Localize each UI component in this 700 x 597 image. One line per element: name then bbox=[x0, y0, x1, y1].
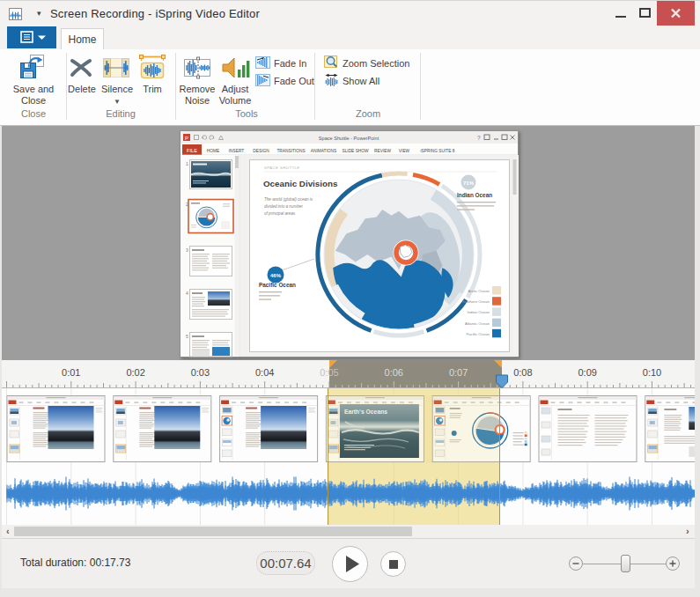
svg-text:divided into a number: divided into a number bbox=[264, 204, 303, 209]
svg-text:Space Shuttle - PowerPoint: Space Shuttle - PowerPoint bbox=[319, 136, 379, 141]
svg-text:of principal areas.: of principal areas. bbox=[264, 211, 296, 216]
svg-text:Atlantic Ocean: Atlantic Ocean bbox=[465, 321, 490, 326]
svg-text:5: 5 bbox=[186, 334, 188, 339]
svg-text:3: 3 bbox=[186, 247, 188, 253]
svg-text:Indian Ocean: Indian Ocean bbox=[467, 310, 490, 314]
svg-text:Southern Ocean: Southern Ocean bbox=[462, 299, 490, 304]
svg-text:FILE: FILE bbox=[187, 148, 197, 153]
svg-text:0:01: 0:01 bbox=[62, 367, 80, 378]
svg-text:VIEW: VIEW bbox=[399, 149, 410, 153]
svg-text:HOME: HOME bbox=[207, 149, 219, 153]
svg-text:Pacific Ocean: Pacific Ocean bbox=[466, 332, 490, 336]
svg-text:0:06: 0:06 bbox=[385, 367, 403, 378]
svg-text:REVIEW: REVIEW bbox=[374, 149, 391, 153]
svg-text:0:03: 0:03 bbox=[191, 367, 210, 378]
svg-text:Arctic Ocean: Arctic Ocean bbox=[468, 289, 490, 293]
svg-text:DESIGN: DESIGN bbox=[253, 149, 269, 153]
svg-text:0:04: 0:04 bbox=[255, 367, 274, 378]
svg-text:ANIMATIONS: ANIMATIONS bbox=[311, 149, 337, 153]
svg-text:0:10: 0:10 bbox=[643, 367, 661, 378]
svg-text:46%: 46% bbox=[270, 273, 282, 278]
svg-text:iSPRING SUITE 8: iSPRING SUITE 8 bbox=[421, 149, 455, 153]
svg-text:0:09: 0:09 bbox=[578, 367, 596, 378]
svg-text:Pacific Ocean: Pacific Ocean bbox=[259, 282, 296, 288]
svg-text:INSERT: INSERT bbox=[229, 149, 245, 153]
svg-text:4: 4 bbox=[186, 291, 188, 296]
svg-text:SPACE SHUTTLE: SPACE SHUTTLE bbox=[264, 166, 300, 170]
svg-text:0:02: 0:02 bbox=[126, 367, 144, 378]
svg-text:The world (global) ocean is: The world (global) ocean is bbox=[264, 197, 313, 202]
svg-text:SLIDE SHOW: SLIDE SHOW bbox=[342, 149, 369, 153]
svg-text:Indian Ocean: Indian Ocean bbox=[457, 192, 492, 198]
svg-text:P: P bbox=[185, 136, 188, 141]
svg-text:71%: 71% bbox=[463, 181, 475, 186]
svg-text:Oceanic Divisions: Oceanic Divisions bbox=[263, 179, 338, 188]
svg-text:0:05: 0:05 bbox=[320, 367, 338, 378]
svg-text:0:07: 0:07 bbox=[449, 367, 468, 378]
svg-text:1: 1 bbox=[186, 161, 188, 166]
svg-text:0:08: 0:08 bbox=[513, 367, 532, 378]
svg-text:?: ? bbox=[477, 135, 481, 141]
svg-text:TRANSITIONS: TRANSITIONS bbox=[276, 149, 305, 153]
